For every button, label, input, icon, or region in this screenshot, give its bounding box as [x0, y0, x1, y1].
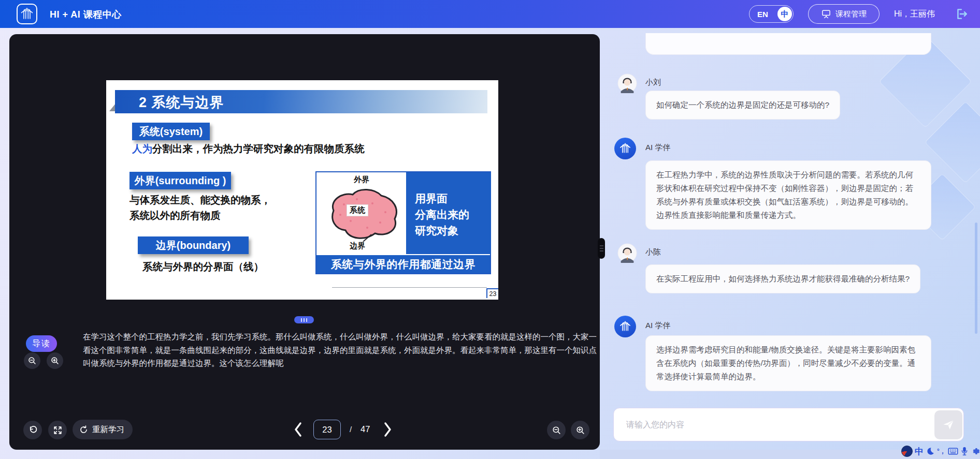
magnifier-plus-icon	[50, 356, 60, 365]
system-keyword-box: 系统(system)	[132, 123, 210, 140]
guide-paragraph: 在学习这个整个的工程热力学之前，我们先学习系统。那什么叫做系统，什么叫做外界，什…	[83, 330, 597, 370]
page-separator: /	[350, 425, 352, 434]
ime-settings-icon[interactable]	[971, 447, 980, 456]
system-description-highlight: 人为	[132, 143, 152, 154]
ime-toolbar[interactable]: 中 °，	[901, 444, 980, 458]
fullscreen-icon	[53, 425, 63, 435]
brand-logo	[17, 4, 37, 24]
message-author: AI 学伴	[645, 321, 670, 331]
pavilion-icon	[618, 142, 632, 155]
pavilion-icon	[19, 6, 35, 22]
refresh-icon	[79, 425, 89, 435]
chat-input-container	[613, 408, 964, 441]
system-boundary-diagram: 外界 系统 边界 用界面 分离出来的 研究对象 系统	[315, 171, 491, 274]
chat-message-ai: 选择边界需考虑研究目的和能量/物质交换途径。关键是将主要影响因素包含在系统内（如…	[645, 335, 931, 391]
chat-panel: 小刘 如何确定一个系统的边界是固定的还是可移动的? AI 学伴 在工程热力学中，…	[600, 28, 980, 459]
prev-page-button[interactable]	[293, 421, 302, 438]
restart-learning-button[interactable]: 重新学习	[73, 420, 133, 439]
slide-zoom-out-button[interactable]	[547, 421, 566, 439]
user-greeting: Hi，王丽伟	[894, 9, 935, 20]
message-author: AI 学伴	[645, 143, 670, 153]
chat-input[interactable]	[625, 408, 928, 441]
logout-button[interactable]	[955, 7, 969, 21]
slide-canvas: 2 系统与边界 系统(system) 人为分割出来，作为热力学研究对象的有限物质…	[106, 80, 498, 300]
ime-microphone-icon[interactable]	[960, 447, 969, 456]
surrounding-description-line2: 系统以外的所有物质	[129, 209, 221, 223]
slide-drag-handle[interactable]	[294, 316, 314, 323]
slide-zoom-in-button[interactable]	[571, 421, 589, 439]
app-header: HI + AI 课程中心 EN 中 课程管理 Hi，王丽伟	[0, 0, 980, 28]
ai-avatar	[614, 316, 636, 337]
ime-keyboard-icon[interactable]	[948, 447, 958, 455]
chat-message-user: 在实际工程应用中，如何选择热力系统边界才能获得最准确的分析结果?	[645, 264, 920, 293]
presentation-icon	[821, 9, 831, 19]
ime-language-icon[interactable]: 中	[915, 446, 924, 457]
language-toggle[interactable]: EN 中	[749, 5, 794, 23]
boundary-description: 系统与外界的分界面（线）	[142, 260, 264, 274]
diagram-boundary-label: 边界	[350, 241, 365, 251]
slide-title-banner: 2 系统与边界	[115, 90, 487, 113]
surrounding-description-line1: 与体系发生质、能交换的物系，	[129, 193, 271, 207]
slide-footer-line	[332, 287, 487, 288]
undo-button[interactable]	[23, 421, 42, 439]
diagram-system-label: 系统	[347, 204, 368, 216]
fullscreen-button[interactable]	[48, 421, 67, 439]
pavilion-icon	[618, 320, 632, 333]
app-title: HI + AI 课程中心	[50, 8, 122, 21]
magnifier-minus-icon	[27, 356, 37, 365]
student-avatar	[617, 243, 637, 263]
paper-plane-icon	[942, 418, 955, 432]
slide-page-number: 23	[486, 288, 498, 298]
diagram-side-caption: 用界面 分离出来的 研究对象	[406, 172, 491, 254]
side-caption-line2: 分离出来的	[415, 206, 491, 223]
restart-learning-label: 重新学习	[92, 424, 124, 435]
undo-icon	[27, 425, 38, 435]
panel-resize-handle[interactable]	[598, 238, 605, 259]
magnifier-minus-icon	[552, 425, 561, 435]
ime-logo-icon[interactable]	[901, 446, 913, 457]
ime-punctuation-icon[interactable]: °，	[937, 447, 946, 456]
diagram-bottom-banner: 系统与外界的作用都通过边界	[316, 255, 490, 273]
side-caption-line3: 研究对象	[415, 223, 491, 239]
slide-viewer-panel: 2 系统与边界 系统(system) 人为分割出来，作为热力学研究对象的有限物质…	[9, 34, 600, 450]
text-zoom-out-button[interactable]	[24, 352, 40, 369]
message-author: 小刘	[645, 78, 661, 87]
surrounding-keyword-box: 外界(surrounding )	[129, 172, 231, 189]
course-manage-label: 课程管理	[835, 9, 867, 19]
next-page-button[interactable]	[383, 421, 393, 438]
guide-badge: 导读	[26, 335, 57, 352]
scrolled-message-bubble	[645, 33, 931, 55]
boundary-keyword-box: 边界(boundary)	[138, 236, 249, 254]
magnifier-plus-icon	[575, 425, 585, 435]
system-description-rest: 分割出来，作为热力学研究对象的有限物质系统	[152, 143, 365, 154]
app-window: HI + AI 课程中心 EN 中 课程管理 Hi，王丽伟 2 系统与边界 系统…	[0, 0, 980, 459]
message-author: 小陈	[645, 247, 661, 257]
chat-message-ai: 在工程热力学中，系统的边界性质取决于分析问题的需要。若系统的几何形状和体积在研究…	[645, 160, 931, 230]
student-avatar	[617, 73, 637, 93]
course-manage-button[interactable]: 课程管理	[808, 4, 880, 24]
language-option-en[interactable]: EN	[757, 10, 768, 19]
ai-avatar	[614, 138, 636, 159]
chat-message-user: 如何确定一个系统的边界是固定的还是可移动的?	[645, 91, 840, 120]
send-button[interactable]	[934, 410, 962, 439]
system-description: 人为分割出来，作为热力学研究对象的有限物质系统	[132, 142, 365, 156]
slide-title: 2 系统与边界	[139, 93, 224, 112]
total-pages: 47	[361, 424, 370, 434]
ime-moon-icon[interactable]	[926, 447, 935, 456]
side-caption-line1: 用界面	[415, 190, 491, 206]
text-zoom-in-button[interactable]	[47, 352, 63, 369]
logout-icon	[955, 7, 969, 21]
page-number-input[interactable]: 23	[313, 420, 341, 439]
chat-scrollbar[interactable]	[975, 223, 977, 334]
language-option-zh[interactable]: 中	[777, 7, 792, 21]
